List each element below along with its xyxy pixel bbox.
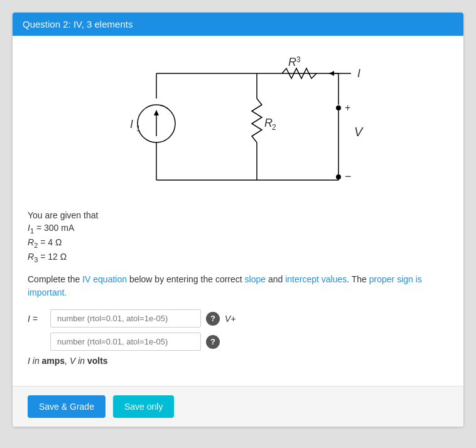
svg-text:−: − xyxy=(345,170,352,183)
given-intro: You are given that xyxy=(28,210,448,220)
circuit-diagram: I 1 R 2 xyxy=(28,48,448,199)
card-body: I 1 R 2 xyxy=(13,36,463,386)
svg-text:1: 1 xyxy=(136,124,141,133)
svg-marker-17 xyxy=(329,71,334,76)
svg-text:V: V xyxy=(354,125,364,139)
save-grade-button[interactable]: Save & Grade xyxy=(28,395,105,418)
svg-marker-3 xyxy=(154,110,159,115)
input-row-1: I = ? V+ xyxy=(28,309,448,328)
given-value-2: R2 = 4 Ω xyxy=(28,237,448,249)
svg-text:2: 2 xyxy=(272,123,276,132)
given-section: You are given that I1 = 300 mA R2 = 4 Ω … xyxy=(28,210,448,263)
equation-prefix: I = xyxy=(28,314,45,324)
slope-highlight: slope xyxy=(245,274,266,284)
slope-input[interactable] xyxy=(50,309,201,328)
iv-highlight: IV equation xyxy=(82,274,127,284)
given-value-1: I1 = 300 mA xyxy=(28,223,448,235)
v-plus-label: V+ xyxy=(225,314,236,324)
question-card: Question 2: IV, 3 elements I 1 xyxy=(13,13,463,427)
help-icon-1[interactable]: ? xyxy=(206,312,220,326)
svg-text:+: + xyxy=(345,102,350,113)
svg-text:I: I xyxy=(357,67,360,80)
svg-text:I: I xyxy=(130,118,133,131)
instruction-text: Complete the IV equation below by enteri… xyxy=(28,273,448,299)
circuit-svg: I 1 R 2 xyxy=(94,48,382,199)
card-header: Question 2: IV, 3 elements xyxy=(13,13,463,36)
input-row-2: ? xyxy=(50,333,448,351)
svg-text:3: 3 xyxy=(296,55,301,64)
save-only-button[interactable]: Save only xyxy=(113,395,174,418)
intercept-input[interactable] xyxy=(50,333,201,351)
equation-inputs: I = ? V+ ? I in amps, V in volts xyxy=(28,309,448,366)
help-icon-2[interactable]: ? xyxy=(206,335,220,349)
svg-point-25 xyxy=(336,174,341,179)
units-note: I in amps, V in volts xyxy=(28,356,448,366)
svg-point-20 xyxy=(336,105,341,110)
svg-text:R: R xyxy=(288,56,296,68)
given-value-3: R3 = 12 Ω xyxy=(28,252,448,264)
intercept-highlight: intercept values xyxy=(285,274,347,284)
header-title: Question 2: IV, 3 elements xyxy=(23,19,133,29)
card-footer: Save & Grade Save only xyxy=(13,386,463,427)
